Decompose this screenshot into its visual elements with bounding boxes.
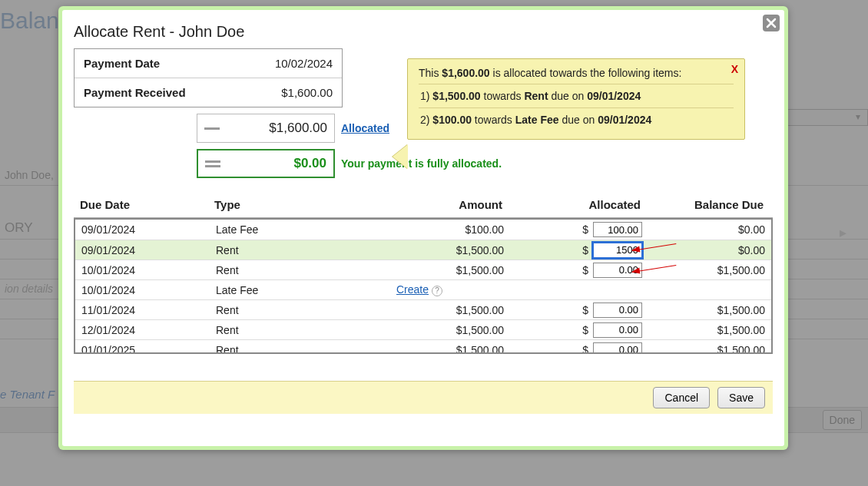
allocated-input[interactable]	[593, 222, 642, 237]
table-row: 10/01/2024Rent$1,500.00$$1,500.00	[75, 260, 771, 279]
cell-balance-due: $1,500.00	[642, 324, 765, 336]
col-header-allocated: Allocated	[502, 198, 641, 211]
minus-icon	[204, 127, 220, 130]
close-icon	[766, 18, 777, 28]
cell-type: Rent	[216, 264, 396, 276]
currency-symbol: $	[581, 344, 588, 355]
allocated-link[interactable]: Allocated	[341, 122, 389, 134]
currency-symbol: $	[581, 264, 588, 276]
cell-amount: $1,500.00	[396, 344, 504, 355]
modal-title: Allocate Rent - John Doe	[74, 23, 773, 41]
payment-date-label: Payment Date	[84, 57, 160, 70]
allocation-callout: X This $1,600.00 is allocated towards th…	[407, 58, 745, 140]
cell-balance-due: $1,500.00	[642, 344, 765, 355]
remaining-box: $0.00	[197, 149, 335, 178]
payment-date-value: 10/02/2024	[275, 57, 333, 70]
cell-type: Rent	[216, 304, 396, 316]
table-row: 11/01/2024Rent$1,500.00$$1,500.00	[75, 299, 771, 319]
equals-icon	[205, 160, 220, 167]
cell-allocated: $	[504, 303, 642, 318]
cell-type: Late Fee	[216, 284, 396, 296]
col-header-due-date: Due Date	[80, 198, 214, 211]
table-row: 10/01/2024Late FeeCreate?	[75, 279, 771, 299]
col-header-type: Type	[214, 198, 395, 211]
close-button[interactable]	[763, 15, 780, 31]
cell-allocated: $	[504, 243, 642, 258]
cell-due-date: 12/01/2024	[81, 324, 216, 336]
payment-received-value: $1,600.00	[281, 86, 333, 99]
cell-allocated: $	[504, 263, 642, 278]
currency-symbol: $	[581, 244, 588, 256]
cell-due-date: 09/01/2024	[81, 244, 216, 256]
cell-allocated: $	[504, 342, 642, 355]
cell-amount: $1,500.00	[396, 244, 504, 256]
cell-due-date: 10/01/2024	[81, 284, 216, 296]
cell-due-date: 10/01/2024	[81, 264, 216, 276]
cell-allocated: $	[504, 222, 642, 237]
cell-amount: $1,500.00	[396, 304, 504, 316]
table-row: 01/01/2025Rent$1,500.00$$1,500.00	[75, 339, 771, 354]
cell-due-date: 01/01/2025	[81, 344, 216, 355]
cell-type: Rent	[216, 344, 396, 355]
cell-type: Late Fee	[216, 223, 396, 236]
cell-balance-due: $1,500.00	[642, 264, 765, 276]
modal-container: Allocate Rent - John Doe Payment Date 10…	[58, 6, 788, 450]
callout-allocation-item: 2) $100.00 towards Late Fee due on 09/01…	[419, 107, 734, 131]
help-icon[interactable]: ?	[432, 286, 442, 296]
cell-type: Rent	[216, 324, 396, 336]
callout-close-button[interactable]: X	[731, 63, 738, 75]
cancel-button[interactable]: Cancel	[653, 387, 710, 408]
allocated-input[interactable]	[593, 342, 642, 355]
table-row: 12/01/2024Rent$1,500.00$$1,500.00	[75, 319, 771, 339]
currency-symbol: $	[581, 223, 588, 236]
currency-symbol: $	[581, 304, 588, 316]
cell-amount: $1,500.00	[396, 324, 504, 336]
cell-balance-due: $0.00	[642, 223, 765, 236]
col-header-balance-due: Balance Due	[641, 198, 764, 211]
callout-pointer-icon	[393, 144, 408, 169]
cell-balance-due: $1,500.00	[642, 304, 765, 316]
remaining-value: $0.00	[293, 156, 326, 171]
allocated-total-box: $1,600.00	[197, 114, 335, 143]
allocated-total-value: $1,600.00	[269, 121, 327, 136]
fully-allocated-message: Your payment is fully allocated.	[341, 157, 502, 170]
allocation-table-body: 09/01/2024Late Fee$100.00$$0.0009/01/202…	[74, 218, 773, 354]
cell-due-date: 11/01/2024	[81, 304, 216, 316]
cell-due-date: 09/01/2024	[81, 223, 216, 236]
cell-amount: Create?	[396, 283, 504, 296]
callout-allocation-item: 1) $1,500.00 towards Rent due on 09/01/2…	[419, 84, 734, 107]
currency-symbol: $	[581, 324, 588, 336]
payment-summary-box: Payment Date 10/02/2024 Payment Received…	[74, 48, 343, 107]
table-row: 09/01/2024Rent$1,500.00$$0.00	[75, 240, 771, 260]
payment-received-label: Payment Received	[84, 86, 186, 99]
col-header-amount: Amount	[395, 198, 502, 211]
cell-amount: $100.00	[396, 223, 504, 236]
cell-amount: $1,500.00	[396, 264, 504, 276]
modal-footer: Cancel Save	[74, 381, 773, 414]
create-charge-link[interactable]: Create	[396, 283, 429, 296]
allocation-table-header: Due Date Type Amount Allocated Balance D…	[74, 193, 773, 218]
cell-allocated: $	[504, 322, 642, 338]
allocated-input[interactable]	[593, 322, 642, 338]
save-button[interactable]: Save	[717, 387, 765, 408]
table-row: 09/01/2024Late Fee$100.00$$0.00	[75, 220, 771, 240]
cell-type: Rent	[216, 244, 396, 256]
allocated-input[interactable]	[593, 303, 642, 318]
